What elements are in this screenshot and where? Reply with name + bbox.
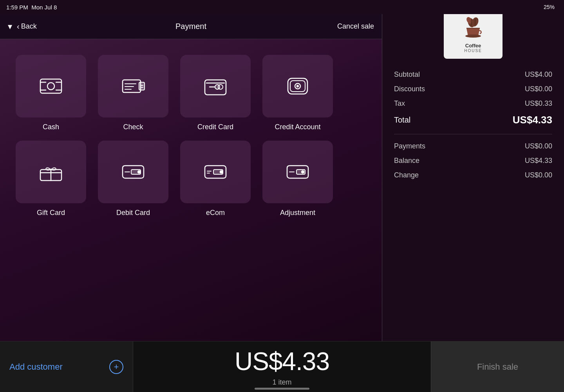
finish-sale-label: Finish sale xyxy=(477,362,518,372)
payments-value: US$0.00 xyxy=(525,142,552,150)
payment-methods-area: Cash Check xyxy=(0,39,382,341)
payments-section: Payments US$0.00 Balance US$4.33 Change … xyxy=(394,142,552,179)
svg-point-18 xyxy=(215,85,220,89)
svg-point-34 xyxy=(302,171,304,173)
back-chevron-icon: ‹ xyxy=(17,22,20,31)
logo-box: Coffee HOUSE xyxy=(444,8,503,59)
ecom-icon-box xyxy=(180,141,251,203)
change-row: Change US$0.00 xyxy=(394,171,552,179)
change-label: Change xyxy=(394,171,419,179)
payment-gift-card[interactable]: Gift Card xyxy=(16,141,86,217)
total-display-section: US$4.33 1 item xyxy=(133,347,431,387)
add-customer-label: Add customer xyxy=(9,362,63,372)
discounts-row: Discounts US$0.00 xyxy=(394,85,552,93)
item-count-label: 1 item xyxy=(272,378,291,387)
logo-subtext: HOUSE xyxy=(464,49,482,53)
gift-card-icon xyxy=(37,160,65,184)
page-title: Payment xyxy=(175,22,206,31)
credit-card-label: Credit Card xyxy=(197,123,233,131)
payment-check[interactable]: Check xyxy=(98,55,168,131)
payment-debit-card[interactable]: Debit Card xyxy=(98,141,168,217)
cash-label: Cash xyxy=(43,123,59,131)
total-row: Total US$4.33 xyxy=(394,114,552,126)
back-button[interactable]: ‹ Back xyxy=(17,22,37,31)
payment-cash[interactable]: Cash xyxy=(16,55,86,131)
dropdown-toggle[interactable]: ▾ xyxy=(8,22,12,32)
ecom-label: eCom xyxy=(206,209,225,217)
total-display-amount: US$4.33 xyxy=(235,347,329,376)
status-indicators: 25% xyxy=(540,4,558,10)
total-value: US$4.33 xyxy=(513,114,552,126)
add-customer-button[interactable]: Add customer + xyxy=(0,341,133,392)
balance-row: Balance US$4.33 xyxy=(394,157,552,165)
svg-point-22 xyxy=(297,85,298,87)
check-label: Check xyxy=(123,123,143,131)
credit-account-icon-box xyxy=(262,55,333,117)
svg-rect-2 xyxy=(40,79,61,93)
debit-card-icon-box xyxy=(98,141,168,203)
adjustment-icon xyxy=(284,160,311,184)
bottom-bar: Add customer + US$4.33 1 item Finish sal… xyxy=(0,341,564,392)
tax-label: Tax xyxy=(394,99,405,108)
credit-account-label: Credit Account xyxy=(275,123,320,131)
gift-card-label: Gift Card xyxy=(37,209,65,217)
payment-adjustment[interactable]: Adjustment xyxy=(262,141,333,217)
debit-card-icon xyxy=(119,160,147,184)
credit-card-icon-box xyxy=(180,55,251,117)
payment-credit-card[interactable]: Credit Card xyxy=(180,55,251,131)
svg-rect-12 xyxy=(139,82,145,90)
credit-account-icon xyxy=(284,74,311,98)
summary-divider xyxy=(394,134,552,134)
balance-label: Balance xyxy=(394,157,419,165)
add-customer-plus-icon: + xyxy=(109,360,123,374)
nav-left: ▾ ‹ Back xyxy=(8,22,37,32)
payment-credit-account[interactable]: Credit Account xyxy=(262,55,333,131)
svg-point-30 xyxy=(220,171,222,173)
subtotal-row: Subtotal US$4.00 xyxy=(394,70,552,79)
balance-value: US$4.33 xyxy=(525,157,552,165)
change-value: US$0.00 xyxy=(525,171,552,179)
home-indicator xyxy=(255,388,309,390)
right-panel: Coffee HOUSE Subtotal US$4.00 Discounts … xyxy=(382,0,564,341)
total-label: Total xyxy=(394,116,410,125)
discounts-value: US$0.00 xyxy=(525,85,552,93)
status-time: 1:59 PM Mon Jul 8 xyxy=(6,4,57,11)
cancel-sale-button[interactable]: Cancel sale xyxy=(337,22,374,31)
logo-text: Coffee xyxy=(465,43,481,49)
cash-icon-box xyxy=(16,55,86,117)
svg-point-27 xyxy=(138,171,140,173)
battery-percentage: 25% xyxy=(544,4,555,10)
status-bar: 1:59 PM Mon Jul 8 25% xyxy=(0,0,564,14)
cash-icon xyxy=(37,74,65,98)
back-label: Back xyxy=(21,22,37,31)
nav-bar: ▾ ‹ Back Payment Cancel sale xyxy=(0,14,382,39)
order-summary: Subtotal US$4.00 Discounts US$0.00 Tax U… xyxy=(382,67,564,341)
credit-card-icon xyxy=(202,74,229,98)
debit-card-label: Debit Card xyxy=(116,209,150,217)
subtotal-label: Subtotal xyxy=(394,70,420,79)
payment-grid: Cash Check xyxy=(16,55,366,217)
adjustment-label: Adjustment xyxy=(280,209,315,217)
discounts-label: Discounts xyxy=(394,85,425,93)
payments-row: Payments US$0.00 xyxy=(394,142,552,150)
check-icon xyxy=(119,74,147,98)
coffee-logo-icon xyxy=(459,14,487,41)
adjustment-icon-box xyxy=(262,141,333,203)
gift-card-icon-box xyxy=(16,141,86,203)
tax-row: Tax US$0.33 xyxy=(394,99,552,108)
payment-ecom[interactable]: eCom xyxy=(180,141,251,217)
ecom-icon xyxy=(202,160,229,184)
svg-point-41 xyxy=(465,34,481,38)
check-icon-box xyxy=(98,55,168,117)
finish-sale-button[interactable]: Finish sale xyxy=(431,341,564,392)
tax-value: US$0.33 xyxy=(525,99,552,108)
subtotal-value: US$4.00 xyxy=(525,70,552,79)
svg-point-3 xyxy=(47,83,54,90)
payments-label: Payments xyxy=(394,142,425,150)
